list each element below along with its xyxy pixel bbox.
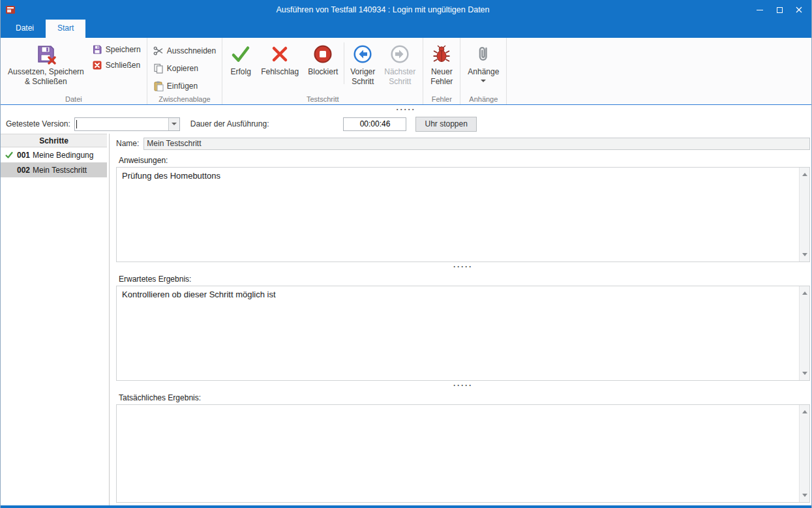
erwartetes-textarea[interactable]: Kontrollieren ob dieser Schritt möglich … xyxy=(117,286,799,380)
splitter-dots-icon xyxy=(453,262,473,271)
version-input[interactable] xyxy=(77,118,168,130)
name-row: Name: xyxy=(116,137,810,150)
splitter-dots-icon xyxy=(453,381,473,390)
steps-header: Schritte xyxy=(1,134,107,147)
aussetzen-label-line1: Aussetzen, Speichern xyxy=(8,67,84,76)
speichern-label: Speichern xyxy=(106,45,141,54)
aussetzen-label-line2: & Schließen xyxy=(25,77,67,86)
ribbon-group-datei: Aussetzen, Speichern & Schließen Speiche xyxy=(1,38,147,104)
erfolg-label: Erfolg xyxy=(231,67,251,77)
uhr-stoppen-button[interactable]: Uhr stoppen xyxy=(415,117,476,132)
version-combobox xyxy=(74,117,180,131)
voriger-label-line2: Schritt xyxy=(352,77,374,86)
tatsaechliches-label: Tatsächliches Ergebnis: xyxy=(119,393,810,402)
close-icon xyxy=(796,7,802,13)
tatsaechliches-textarea[interactable] xyxy=(117,405,799,502)
section-splitter-2[interactable] xyxy=(116,381,810,389)
group-label-datei: Datei xyxy=(1,95,147,103)
duration-field[interactable] xyxy=(343,117,406,131)
scrollbar[interactable] xyxy=(799,286,809,380)
erfolg-button[interactable]: Erfolg xyxy=(225,40,256,77)
step-passed-check-icon xyxy=(5,151,14,160)
scroll-up-icon[interactable] xyxy=(802,170,807,176)
close-button[interactable] xyxy=(789,0,809,20)
maximize-icon xyxy=(777,7,783,13)
aussetzen-speichern-schliessen-button[interactable]: Aussetzen, Speichern & Schließen xyxy=(3,40,89,87)
kopieren-label: Kopieren xyxy=(167,64,198,73)
app-window: Ausführen von Testfall 140934 : Login mi… xyxy=(0,0,812,508)
paste-icon xyxy=(153,81,164,91)
version-dropdown-button[interactable] xyxy=(168,118,179,130)
erwartetes-label: Erwartetes Ergebnis: xyxy=(119,275,810,284)
ribbon-group-zwischenablage: Ausschneiden Kopieren xyxy=(147,38,222,104)
minimize-button[interactable] xyxy=(750,0,770,20)
anhaenge-button[interactable]: Anhänge xyxy=(463,40,504,85)
scroll-down-icon[interactable] xyxy=(802,253,807,259)
einfuegen-button[interactable]: Einfügen xyxy=(150,80,219,92)
schliessen-button[interactable]: Schließen xyxy=(89,59,144,71)
step-icon-placeholder xyxy=(5,166,14,175)
close-red-icon xyxy=(92,60,102,70)
schliessen-label: Schließen xyxy=(106,61,140,70)
ausschneiden-label: Ausschneiden xyxy=(167,46,216,55)
execution-toolbar: Getestete Version: Dauer der Ausführung:… xyxy=(1,114,811,134)
content-area: Schritte 001 Meine Bedingung 002 Mein Te… xyxy=(1,134,811,505)
fehlschlag-label: Fehlschlag xyxy=(261,67,299,77)
ribbon: Aussetzen, Speichern & Schließen Speiche xyxy=(1,38,811,105)
step-number: 002 xyxy=(17,166,30,175)
window-bottom-border xyxy=(1,505,811,508)
tab-datei[interactable]: Datei xyxy=(4,20,46,38)
paperclip-icon xyxy=(473,42,494,66)
previous-step-icon xyxy=(352,42,373,66)
scrollbar[interactable] xyxy=(799,405,809,502)
neuer-fehler-label-line1: Neuer xyxy=(431,67,453,76)
window-controls xyxy=(750,0,809,20)
step-label: Mein Testschritt xyxy=(33,166,87,175)
group-label-zwischenablage: Zwischenablage xyxy=(147,95,222,103)
step-item-002[interactable]: 002 Mein Testschritt xyxy=(1,162,107,177)
window-title: Ausführen von Testfall 140934 : Login mi… xyxy=(16,5,750,14)
maximize-button[interactable] xyxy=(770,0,789,20)
scroll-down-icon[interactable] xyxy=(802,372,807,378)
duration-label: Dauer der Ausführung: xyxy=(190,119,269,128)
next-step-icon xyxy=(389,42,410,66)
fehlschlag-button[interactable]: Fehlschlag xyxy=(256,40,303,77)
group-label-fehler: Fehler xyxy=(423,95,460,103)
ribbon-tabstrip: Datei Start xyxy=(1,20,811,38)
name-field[interactable] xyxy=(143,138,810,150)
steps-panel: Schritte 001 Meine Bedingung 002 Mein Te… xyxy=(1,134,107,505)
section-splitter-1[interactable] xyxy=(116,262,810,271)
naechster-schritt-button[interactable]: Nächster Schritt xyxy=(380,40,420,87)
tatsaechliches-wrap xyxy=(116,404,810,503)
blockiert-button[interactable]: Blockiert xyxy=(303,40,342,77)
neuer-fehler-label-line2: Fehler xyxy=(430,77,453,86)
step-number: 001 xyxy=(17,151,30,160)
erwartetes-wrap: Kontrollieren ob dieser Schritt möglich … xyxy=(116,286,810,381)
group-label-testschritt: Testschritt xyxy=(222,95,423,103)
scroll-up-icon[interactable] xyxy=(802,289,807,295)
version-label: Getestete Version: xyxy=(6,119,70,128)
tab-start[interactable]: Start xyxy=(46,20,85,38)
anweisungen-textarea[interactable]: Prüfung des Homebuttons xyxy=(117,168,799,261)
scroll-down-icon[interactable] xyxy=(802,494,807,500)
ausschneiden-button[interactable]: Ausschneiden xyxy=(150,45,219,57)
ribbon-group-fehler: Neuer Fehler Fehler xyxy=(423,38,460,104)
splitter-dots-icon xyxy=(397,105,416,114)
speichern-button[interactable]: Speichern xyxy=(89,44,144,55)
neuer-fehler-button[interactable]: Neuer Fehler xyxy=(426,40,457,87)
anweisungen-wrap: Prüfung des Homebuttons xyxy=(116,167,810,262)
anhaenge-label: Anhänge xyxy=(468,67,499,77)
blockiert-label: Blockiert xyxy=(308,67,338,77)
scrollbar[interactable] xyxy=(799,168,809,261)
kopieren-button[interactable]: Kopieren xyxy=(150,63,219,74)
anweisungen-label: Anweisungen: xyxy=(119,156,810,165)
ribbon-splitter[interactable] xyxy=(1,105,811,114)
scroll-up-icon[interactable] xyxy=(802,408,807,413)
chevron-down-icon xyxy=(172,123,177,128)
ribbon-group-testschritt: Erfolg Fehlschlag Blockiert xyxy=(222,38,423,104)
group-label-anhaenge: Anhänge xyxy=(460,95,506,103)
minimize-icon xyxy=(757,10,763,10)
scissors-icon xyxy=(153,46,164,56)
voriger-schritt-button[interactable]: Voriger Schritt xyxy=(346,40,380,87)
step-item-001[interactable]: 001 Meine Bedingung xyxy=(1,147,107,162)
